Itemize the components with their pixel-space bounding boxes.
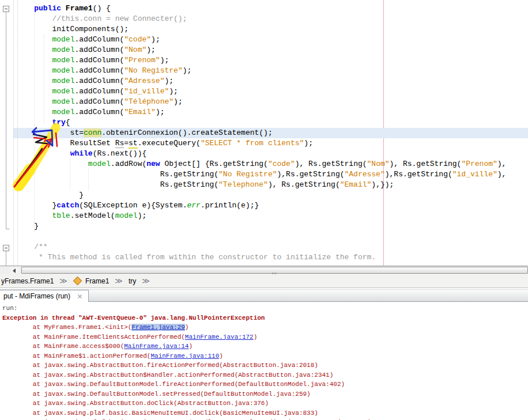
fold-line: [6, 251, 6, 266]
code-line[interactable]: model.addColumn("No Registre");: [13, 66, 528, 76]
breadcrumb: yFrames.Frame1≫Frame1≫try≫: [0, 274, 528, 288]
code-line[interactable]: /**: [13, 242, 528, 252]
chevron-right-icon: ≫: [115, 277, 123, 285]
code-line[interactable]: model.addColumn("Adresse");: [13, 76, 528, 86]
code-line[interactable]: }catch(SQLException e){System.err.printl…: [13, 200, 528, 211]
gutter-separator: [13, 0, 14, 266]
code-line[interactable]: tble.setModel(model);: [13, 211, 528, 221]
code-line[interactable]: model.addColumn("code");: [13, 35, 528, 45]
stack-trace-line: Exception in thread "AWT-EventQueue-0" j…: [2, 313, 528, 323]
output-tab[interactable]: put - MdiFrames (run): [0, 290, 89, 302]
code-line[interactable]: model.addColumn("Email");: [13, 107, 528, 118]
code-line[interactable]: }: [13, 190, 528, 200]
breadcrumb-item-frame1[interactable]: Frame1: [85, 277, 109, 285]
code-line[interactable]: while(Rs.next()){: [13, 149, 528, 159]
stack-trace-link[interactable]: MainFrame.java:14: [124, 343, 188, 350]
breadcrumb-item-try[interactable]: try: [129, 277, 136, 285]
code-line[interactable]: ResultSet Rs=st.executeQuery("SELECT * f…: [13, 138, 528, 149]
stack-trace-line: at javax.swing.plaf.basic.BasicMenuItemU…: [2, 408, 528, 418]
fold-line: [6, 12, 6, 229]
highlighted-occurrence: conn: [84, 128, 101, 137]
chevron-right-icon: ≫: [142, 277, 150, 285]
stack-trace-line: at MainFrame$1.actionPerformed(MainFrame…: [2, 351, 528, 361]
stack-trace-line: at MyFrames.Frame1.<init>(Frame1.java:29…: [2, 323, 528, 332]
output-tab-label: put - MdiFrames (run): [3, 292, 70, 300]
breadcrumb-item-yframes-frame1[interactable]: yFrames.Frame1: [1, 277, 54, 285]
stack-trace-line: run:: [2, 304, 528, 313]
code-line[interactable]: [13, 232, 528, 242]
scrollbar-thumb[interactable]: [21, 267, 528, 274]
output-tab-bar: put - MdiFrames (run): [0, 289, 528, 302]
stack-trace-line: at javax.swing.AbstractButton.doClick(Ab…: [2, 399, 528, 408]
fold-toggle-icon[interactable]: [3, 245, 9, 251]
gutter-separator: [17, 0, 18, 266]
ide-window: // Creates new form Frame1 public Frame1…: [0, 0, 528, 420]
code-line[interactable]: try{: [13, 118, 528, 128]
stack-trace-line: at javax.swing.plaf.basic.BasicMenuItemU…: [2, 418, 528, 420]
fold-line-end: [6, 229, 10, 229]
fold-toggle-icon[interactable]: [3, 6, 9, 12]
left-arrow-icon: [13, 268, 16, 273]
output-console[interactable]: run:Exception in thread "AWT-EventQueue-…: [0, 302, 528, 420]
stack-trace-line: at javax.swing.DefaultButtonModel.setPre…: [2, 389, 528, 399]
code-line[interactable]: Rs.getString("No Registre"),Rs.getString…: [13, 169, 528, 180]
stack-trace-line: at javax.swing.AbstractButton.fireAction…: [2, 361, 528, 370]
chevron-right-icon: ≫: [59, 277, 67, 285]
scrollbar-grip-icon: [272, 268, 278, 273]
stack-trace-line: at javax.swing.AbstractButton$Handler.ac…: [2, 370, 528, 380]
code-line[interactable]: model.addColumn("id_ville");: [13, 86, 528, 97]
code-line[interactable]: model.addColumn("Téléphone");: [13, 97, 528, 107]
code-line[interactable]: model.addRow(new Object[] {Rs.getString(…: [13, 159, 528, 169]
stack-trace-line: at MainFrame.ItemClientsActionPerformed(…: [2, 332, 528, 342]
code-line[interactable]: initComponents();: [13, 24, 528, 35]
code-line[interactable]: public Frame1() {: [13, 3, 528, 14]
stack-trace-link[interactable]: Frame1.java:29: [131, 324, 184, 331]
code-editor[interactable]: // Creates new form Frame1 public Frame1…: [0, 0, 528, 266]
code-lines: // Creates new form Frame1 public Frame1…: [0, 0, 528, 263]
stack-trace-line: at MainFrame.access$000(MainFrame.java:1…: [2, 342, 528, 351]
scroll-left-button[interactable]: [10, 267, 20, 274]
stack-trace-line: at javax.swing.DefaultButtonModel.fireAc…: [2, 380, 528, 389]
code-line[interactable]: model.addColumn("Prenom");: [13, 55, 528, 66]
current-code-line[interactable]: st=conn.obtenirConnexion().createStateme…: [13, 128, 528, 138]
horizontal-scrollbar[interactable]: [0, 266, 528, 274]
code-line[interactable]: Rs.getString("Telephone"), Rs.getString(…: [13, 180, 528, 190]
stack-trace-link[interactable]: MainFrame.java:172: [185, 334, 254, 340]
code-line[interactable]: //this.conn = new Connecter();: [13, 14, 528, 24]
close-icon[interactable]: [77, 294, 82, 299]
code-line[interactable]: * This method is called from within the …: [13, 252, 528, 263]
code-line[interactable]: }: [13, 221, 528, 232]
stack-trace-link[interactable]: MainFrame.java:110: [150, 353, 219, 360]
class-diamond-icon: [73, 277, 82, 286]
code-line[interactable]: model.addColumn("Nom");: [13, 45, 528, 55]
